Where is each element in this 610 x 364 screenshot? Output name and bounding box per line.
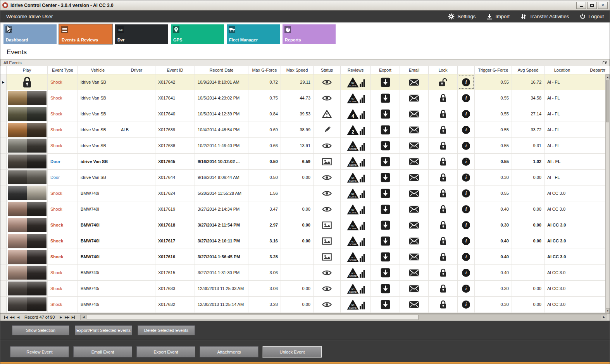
cell-lock[interactable] [429,106,458,122]
lock-icon[interactable] [439,141,447,151]
cell-lock[interactable] [429,201,458,217]
cell-email[interactable] [400,297,429,312]
no-score-badge[interactable]: NOSCORE [347,252,359,262]
event-row[interactable]: Shockidrive Van SBX01764010/5/2014 4:12:… [0,106,605,122]
cell-reviews[interactable]: NOSCORE [341,297,371,312]
horizontal-scroll-thumb[interactable] [87,315,418,320]
cell-email[interactable] [400,201,429,217]
cell-status[interactable] [314,201,341,217]
cell-info[interactable]: i [458,90,475,106]
cell-export[interactable] [371,74,400,90]
cell-status[interactable] [314,265,341,280]
cell-export[interactable] [371,297,400,312]
cell-export[interactable] [371,233,400,249]
col-header-trigger-g-force[interactable]: Trigger G-Force [475,66,512,74]
cell-export[interactable] [371,170,400,185]
cell-lock[interactable] [429,233,458,249]
minimize-button[interactable] [576,2,586,9]
lock-icon[interactable] [439,93,447,103]
nav-tile-fleet-manager[interactable]: Fleet Manager [227,24,280,44]
col-header-export[interactable]: Export [371,66,400,74]
eye-icon[interactable] [322,79,332,86]
cell-export[interactable] [371,281,400,296]
cell-info[interactable]: i [458,217,475,233]
no-score-badge[interactable]: NOSCORE [347,236,359,246]
nav-last-button[interactable]: ▶ [70,314,76,320]
export-icon[interactable] [381,189,390,198]
export-icon[interactable] [381,284,390,294]
cell-export[interactable] [371,249,400,264]
scroll-right-arrow[interactable]: ▶ [601,315,607,320]
expand-panel-icon[interactable] [603,60,607,65]
nav-tile-events-reviews[interactable]: Events & Reviews [59,24,112,44]
event-thumbnail[interactable] [8,186,47,200]
transfer-activities-button[interactable]: Transfer Activities [520,13,569,20]
col-header-vehicle[interactable]: Vehicle [78,66,118,74]
cell-play[interactable] [7,297,48,312]
cell-reviews[interactable]: NOSCORE [341,265,371,280]
cell-info[interactable]: i [458,265,475,280]
cell-export[interactable] [371,217,400,233]
event-thumbnail[interactable] [8,250,47,264]
cell-status[interactable] [314,138,341,153]
cell-export[interactable] [371,106,400,122]
cell-status[interactable] [314,154,341,169]
cell-reviews[interactable]: NOSCORE [341,217,371,233]
event-row[interactable]: ShockBMW740iX01763212/30/2013 11:25:14 A… [0,297,605,312]
cell-play[interactable] [7,106,48,122]
cell-lock[interactable] [429,265,458,280]
export-icon[interactable] [381,252,390,262]
nav-tile-dashboard[interactable]: Dashboard [3,24,57,44]
cell-reviews[interactable]: NOSCORE [341,90,371,106]
col-header-record-date[interactable]: Record Date [195,66,248,74]
lock-icon[interactable] [439,236,447,246]
cell-play[interactable] [7,122,48,137]
image-icon[interactable] [322,158,332,165]
info-icon[interactable]: i [462,126,470,134]
col-header-event-type[interactable]: Event Type [48,66,78,74]
cell-reviews[interactable]: NOSCORE [341,249,371,264]
cell-reviews[interactable]: NOSCORE [341,170,371,185]
scroll-down-arrow[interactable]: ▼ [606,308,610,313]
scroll-up-arrow[interactable]: ▲ [606,74,610,79]
cell-info[interactable]: i [458,154,475,169]
cell-email[interactable] [400,90,429,106]
eye-icon[interactable] [322,174,332,181]
export-icon[interactable] [381,77,390,87]
event-row[interactable]: ▶Shockidrive Van SBX01764210/9/2014 8:10… [0,74,605,90]
lock-icon[interactable] [439,189,447,198]
info-icon[interactable]: i [462,173,470,182]
maximize-button[interactable] [587,2,597,9]
email-icon[interactable] [409,221,419,229]
cell-play[interactable] [7,217,48,233]
lock-icon[interactable] [439,284,447,294]
cell-status[interactable] [314,90,341,106]
cell-info[interactable]: i [458,122,475,137]
no-score-badge[interactable]: NOSCORE [347,188,359,199]
unlock-event-button[interactable]: Unlock Event [263,346,322,357]
lock-icon[interactable] [439,109,447,119]
email-icon[interactable] [409,94,419,102]
info-icon[interactable]: i [462,142,470,150]
cell-status[interactable] [314,106,341,122]
cell-email[interactable] [400,233,429,249]
export-icon[interactable] [381,220,390,230]
cell-status[interactable] [314,170,341,185]
col-header-max-speed[interactable]: Max Speed [281,66,314,74]
cell-status[interactable] [314,233,341,249]
event-thumbnail[interactable] [8,123,47,137]
cell-play[interactable] [7,185,48,201]
cell-play[interactable] [7,170,48,185]
nav-first-button[interactable]: ◀ [3,314,9,320]
cell-export[interactable] [371,90,400,106]
nav-tile-dvr[interactable]: DVRDvr [115,24,168,44]
horizontal-scrollbar[interactable]: ◀ ▶ [80,314,607,320]
cell-lock[interactable] [429,297,458,312]
info-icon[interactable]: i [462,110,470,118]
email-icon[interactable] [409,237,419,245]
cell-status[interactable] [314,217,341,233]
email-icon[interactable] [409,206,419,213]
attachments-button[interactable]: Attachments [200,346,258,357]
cell-export[interactable] [371,265,400,280]
event-row[interactable]: ShockBMW740iX01763312/30/2013 11:25:33 A… [0,281,605,297]
